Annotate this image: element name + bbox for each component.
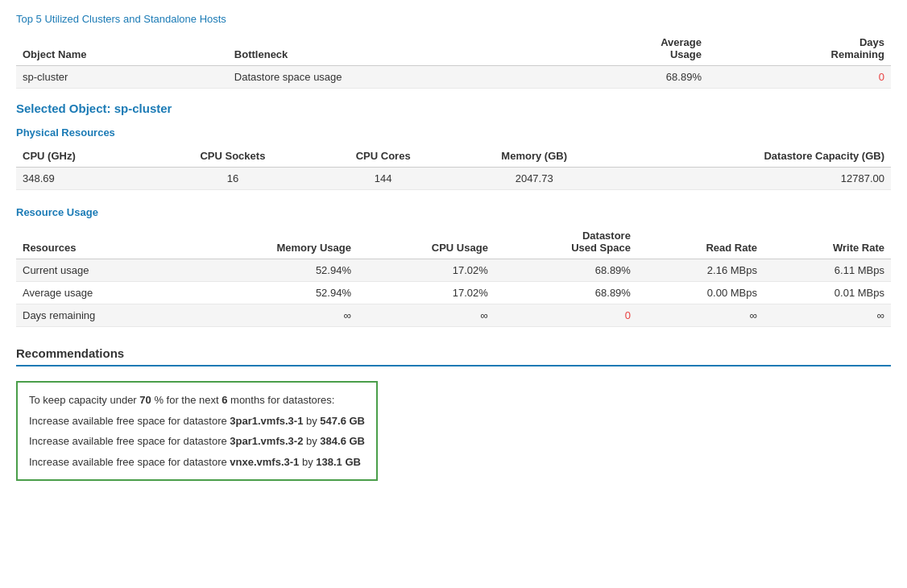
col-datastore-used-space: DatastoreUsed Space	[495, 225, 637, 259]
selected-object-title: Selected Object: sp-cluster	[16, 101, 891, 115]
physical-resources-table: CPU (GHz) CPU Sockets CPU Cores Memory (…	[16, 145, 891, 190]
top-section: Top 5 Utilized Clusters and Standalone H…	[16, 13, 891, 89]
cell-datastore-used-space: 0	[495, 304, 637, 327]
cell-cpu-sockets: 16	[152, 168, 313, 190]
table-row: 348.69 16 144 2047.73 12787.00	[16, 168, 891, 190]
col-resources: Resources	[16, 225, 185, 259]
col-cpu-cores: CPU Cores	[313, 145, 453, 168]
rec-line-1: To keep capacity under 70 % for the next…	[29, 392, 365, 408]
cell-object-name: sp-cluster	[16, 66, 228, 89]
cell-write-rate: 0.01 MBps	[764, 282, 891, 304]
col-memory-gb: Memory (GB)	[453, 145, 615, 168]
cell-cpu-ghz: 348.69	[16, 168, 152, 190]
top-section-title: Top 5 Utilized Clusters and Standalone H…	[16, 13, 891, 25]
col-object-name: Object Name	[16, 31, 228, 66]
rec-line-3: Increase available free space for datast…	[29, 433, 365, 449]
cell-memory-usage: 52.94%	[185, 282, 358, 304]
physical-resources-section: Physical Resources CPU (GHz) CPU Sockets…	[16, 126, 891, 190]
cell-cpu-cores: 144	[313, 168, 453, 190]
resource-usage-title: Resource Usage	[16, 206, 891, 218]
col-read-rate: Read Rate	[637, 225, 764, 259]
cell-resource-label: Days remaining	[16, 304, 185, 327]
cell-resource-label: Current usage	[16, 259, 185, 282]
table-row: Days remaining ∞ ∞ 0 ∞ ∞	[16, 304, 891, 327]
top-clusters-table: Object Name Bottleneck AverageUsage Days…	[16, 31, 891, 89]
col-datastore-capacity: Datastore Capacity (GB)	[615, 145, 891, 168]
physical-resources-title: Physical Resources	[16, 126, 891, 139]
cell-memory-usage: 52.94%	[185, 259, 358, 282]
cell-cpu-usage: 17.02%	[358, 259, 495, 282]
cell-bottleneck: Datastore space usage	[228, 66, 560, 89]
recommendations-title: Recommendations	[16, 346, 891, 366]
recommendations-box: To keep capacity under 70 % for the next…	[16, 381, 378, 481]
table-row: Current usage 52.94% 17.02% 68.89% 2.16 …	[16, 259, 891, 282]
cell-write-rate: ∞	[764, 304, 891, 327]
rec-line-2: Increase available free space for datast…	[29, 413, 365, 429]
cell-cpu-usage: 17.02%	[358, 282, 495, 304]
cell-memory-gb: 2047.73	[453, 168, 615, 190]
selected-object-label: Selected Object:	[16, 101, 111, 115]
col-memory-usage: Memory Usage	[185, 225, 358, 259]
cell-read-rate: ∞	[637, 304, 764, 327]
cell-read-rate: 2.16 MBps	[637, 259, 764, 282]
col-write-rate: Write Rate	[764, 225, 891, 259]
col-cpu-sockets: CPU Sockets	[152, 145, 313, 168]
cell-resource-label: Average usage	[16, 282, 185, 304]
cell-datastore-capacity: 12787.00	[615, 168, 891, 190]
resource-usage-section: Resource Usage Resources Memory Usage CP…	[16, 206, 891, 327]
col-bottleneck: Bottleneck	[228, 31, 560, 66]
cell-cpu-usage: ∞	[358, 304, 495, 327]
selected-object-section: Selected Object: sp-cluster	[16, 101, 891, 115]
cell-write-rate: 6.11 MBps	[764, 259, 891, 282]
col-cpu-usage: CPU Usage	[358, 225, 495, 259]
selected-object-name: sp-cluster	[114, 101, 172, 115]
table-row: Average usage 52.94% 17.02% 68.89% 0.00 …	[16, 282, 891, 304]
table-row: sp-cluster Datastore space usage 68.89% …	[16, 66, 891, 89]
cell-avg-usage: 68.89%	[560, 66, 708, 89]
col-cpu-ghz: CPU (GHz)	[16, 145, 152, 168]
cell-datastore-used-space: 68.89%	[495, 259, 637, 282]
cell-days-remaining: 0	[708, 66, 891, 89]
col-avg-usage: AverageUsage	[560, 31, 708, 66]
col-days-remaining: DaysRemaining	[708, 31, 891, 66]
cell-read-rate: 0.00 MBps	[637, 282, 764, 304]
cell-datastore-used-space: 68.89%	[495, 282, 637, 304]
rec-line-4: Increase available free space for datast…	[29, 454, 365, 470]
cell-memory-usage: ∞	[185, 304, 358, 327]
recommendations-section: Recommendations To keep capacity under 7…	[16, 346, 891, 481]
resource-usage-table: Resources Memory Usage CPU Usage Datasto…	[16, 225, 891, 327]
